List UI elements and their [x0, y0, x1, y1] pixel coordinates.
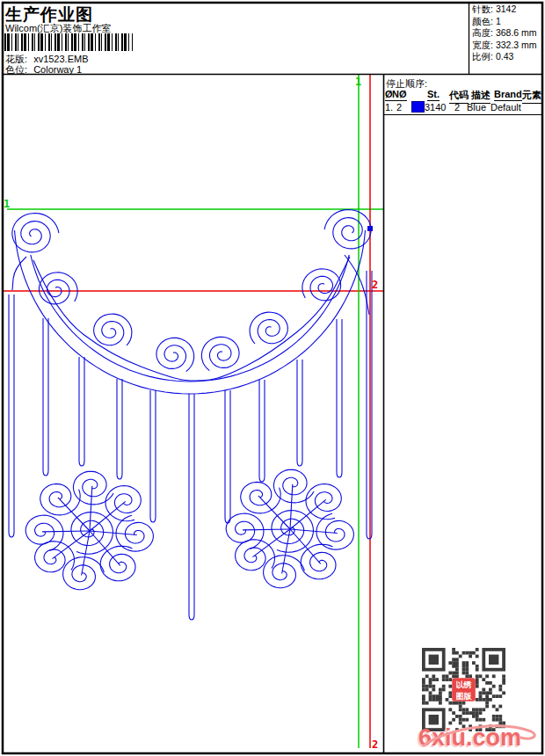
stat-height: 高度:368.6 mm [472, 27, 537, 40]
design-stats: 针数:3142 颜色:1 高度:368.6 mm 宽度:332.3 mm 比例:… [472, 4, 537, 63]
colorway-label: 色位: [5, 64, 27, 75]
row-code: 2 [454, 102, 460, 113]
svg-text:2: 2 [372, 738, 378, 751]
stat-stitches: 针数:3142 [472, 4, 537, 16]
col-header-element: 元素 [522, 89, 541, 104]
barcode-icon [4, 33, 133, 51]
row-description: Blue [467, 102, 486, 113]
colorway-line: 色位: Colorway 1 [5, 63, 82, 76]
row-brand: Default [490, 102, 521, 113]
watermark: 6xiu.com [418, 724, 545, 756]
row-stitches: 3140 [425, 102, 446, 113]
stat-scale: 比例:0.43 [472, 51, 537, 63]
qr-code: 以绣图版 [422, 648, 505, 731]
color-swatch [411, 101, 425, 113]
embroidery-design-canvas: 1122以绣图版 [0, 0, 545, 756]
svg-text:1: 1 [4, 198, 10, 210]
row-needle: 2 [396, 102, 402, 113]
svg-text:1: 1 [355, 76, 361, 88]
col-header-needle: NØ [392, 89, 407, 101]
col-header-brand: Brand [494, 89, 522, 101]
svg-text:图版: 图版 [456, 692, 473, 701]
colorway-value: Colorway 1 [33, 64, 82, 75]
col-header-stitches: St. [427, 89, 440, 101]
svg-text:2: 2 [372, 279, 378, 291]
watermark-text: 6xiu.com [418, 724, 521, 751]
stat-width: 宽度:332.3 mm [472, 40, 537, 52]
row-index: 1. [385, 102, 393, 113]
svg-text:以绣: 以绣 [456, 680, 472, 689]
stat-colors: 颜色:1 [472, 16, 537, 28]
production-worksheet: 生产作业图 Wilcom(汇京)装饰工作室 花版: xv1523.EMB 色位:… [0, 0, 545, 756]
